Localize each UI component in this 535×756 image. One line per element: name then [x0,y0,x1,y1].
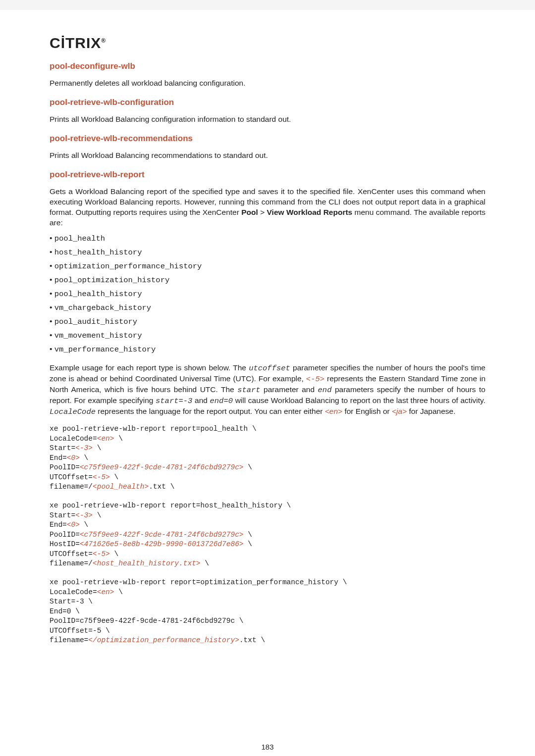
body-text: Prints all Workload Balancing recommenda… [50,151,485,161]
list-item: pool_optimization_history [50,275,485,285]
list-item: pool_health [50,234,485,243]
section-heading: pool-retrieve-wlb-recommendations [50,134,485,144]
code-block: xe pool-retrieve-wlb-report report=pool_… [50,424,485,492]
section-heading: pool-deconfigure-wlb [50,61,485,71]
list-item: vm_performance_history [50,345,485,354]
list-item: vm_movement_history [50,331,485,340]
body-text: Gets a Workload Balancing report of the … [50,187,485,228]
citrix-logo: CİTRIX® [50,35,485,51]
code-block: xe pool-retrieve-wlb-report report=host_… [50,501,485,569]
list-item: pool_audit_history [50,317,485,326]
list-item: pool_health_history [50,289,485,299]
body-text: Permanently deletes all workload balanci… [50,78,485,89]
body-text: Prints all Workload Balancing configurat… [50,114,485,125]
body-text: Example usage for each report type is sh… [50,363,485,417]
page-container: CİTRIX® pool-deconfigure-wlb Permanently… [0,10,535,756]
list-item: optimization_performance_history [50,261,485,271]
reports-list: pool_health host_health_history optimiza… [50,234,485,354]
section-heading: pool-retrieve-wlb-report [50,170,485,180]
page-number: 183 [0,743,535,751]
code-block: xe pool-retrieve-wlb-report report=optim… [50,578,485,646]
list-item: vm_chargeback_history [50,303,485,312]
section-heading: pool-retrieve-wlb-configuration [50,98,485,107]
list-item: host_health_history [50,248,485,257]
